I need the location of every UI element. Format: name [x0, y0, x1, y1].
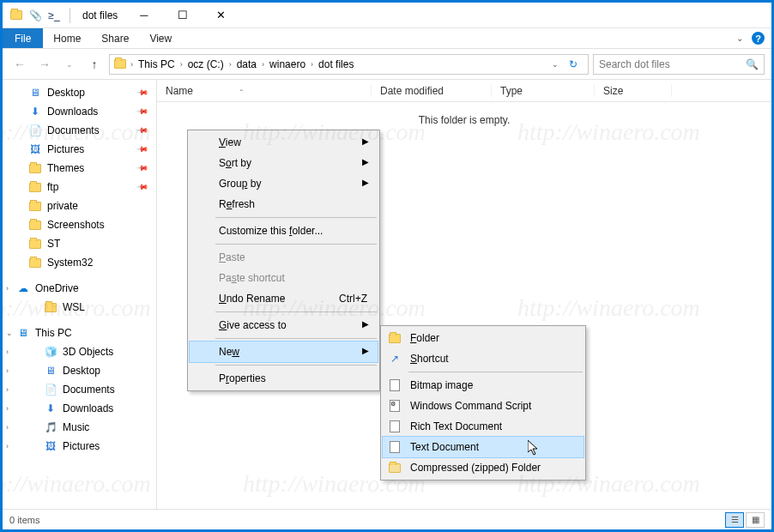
forward-button[interactable]: →	[34, 54, 55, 75]
tree-item[interactable]: ›🎵Music	[3, 418, 156, 437]
tree-item[interactable]: ›⬇Downloads	[3, 399, 156, 418]
menu-item-new[interactable]: New▶	[190, 342, 378, 362]
tree-item[interactable]: WSL	[3, 298, 156, 317]
new-item-rich-text-document[interactable]: Rich Text Document	[383, 416, 584, 437]
tree-label: System32	[47, 257, 93, 269]
downloads-icon: ⬇	[44, 402, 57, 415]
menu-item-customize-this-folder-[interactable]: Customize this folder...	[190, 221, 378, 241]
separator	[70, 8, 70, 23]
ribbon-tab-view[interactable]: View	[139, 28, 182, 48]
minimize-button[interactable]: ─	[124, 3, 163, 28]
column-header-date[interactable]: Date modified	[372, 85, 492, 97]
expand-icon[interactable]: ›	[6, 423, 9, 432]
new-submenu: Folder↗ShortcutBitmap image⚙Windows Comm…	[380, 325, 586, 481]
column-header-type[interactable]: Type	[492, 85, 595, 97]
tree-label: ftp	[47, 181, 58, 193]
new-item-shortcut[interactable]: ↗Shortcut	[383, 348, 584, 369]
search-icon[interactable]: 🔍	[746, 58, 759, 70]
menu-item-group-by[interactable]: Group by▶	[190, 173, 378, 194]
tree-item[interactable]: ›🖥Desktop	[3, 361, 156, 380]
menu-item-sort-by[interactable]: Sort by▶	[190, 153, 378, 173]
tree-label: Documents	[63, 384, 115, 396]
menu-separator	[408, 372, 583, 372]
tree-label: WSL	[63, 301, 85, 313]
statusbar: 0 items ☰ ▦	[3, 509, 771, 529]
file-tab[interactable]: File	[3, 28, 43, 48]
column-header-name[interactable]: Name ⌃	[157, 85, 372, 97]
menu-item-paste-shortcut: Paste shortcut	[190, 268, 378, 288]
breadcrumb-segment[interactable]: dot files	[317, 58, 355, 70]
chevron-right-icon[interactable]: ›	[127, 60, 136, 69]
tree-item[interactable]: ›📄Documents	[3, 380, 156, 399]
new-item-windows-command-script[interactable]: ⚙Windows Command Script	[383, 396, 584, 416]
tree-item[interactable]: ST	[3, 234, 156, 253]
close-button[interactable]: ✕	[202, 3, 240, 28]
tree-onedrive[interactable]: › ☁ OneDrive	[3, 279, 156, 298]
menu-item-label: Give access to	[219, 319, 287, 331]
powershell-icon[interactable]: ≥_	[47, 9, 61, 22]
breadcrumb-segment[interactable]: ocz (C:)	[186, 58, 226, 70]
menu-item-view[interactable]: View▶	[190, 132, 378, 153]
search-input[interactable]: Search dot files 🔍	[593, 54, 765, 75]
recent-dropdown[interactable]: ⌄	[59, 54, 80, 75]
context-menu: View▶Sort by▶Group by▶RefreshCustomize t…	[187, 130, 380, 391]
tree-item[interactable]: ⬇Downloads📌	[3, 102, 156, 121]
tree-label: Desktop	[63, 365, 100, 377]
chevron-right-icon[interactable]: ›	[226, 60, 235, 69]
tree-item[interactable]: Screenshots	[3, 215, 156, 234]
menu-item-give-access-to[interactable]: Give access to▶	[190, 315, 378, 336]
ribbon-tab-home[interactable]: Home	[43, 28, 91, 48]
tree-label: Music	[63, 421, 89, 433]
menu-item-label: Windows Command Script	[410, 400, 531, 412]
tree-item[interactable]: Themes📌	[3, 159, 156, 178]
maximize-button[interactable]: ☐	[163, 3, 202, 28]
new-item-compressed-zipped-folder[interactable]: Compressed (zipped) Folder	[383, 457, 584, 478]
tree-item[interactable]: ›🖼Pictures	[3, 437, 156, 456]
tree-item[interactable]: ›🧊3D Objects	[3, 342, 156, 361]
navigation-pane[interactable]: 🖥Desktop📌⬇Downloads📌📄Documents📌🖼Pictures…	[3, 80, 157, 509]
titlebar: 📎 ≥_ dot files ─ ☐ ✕	[3, 3, 771, 28]
collapse-icon[interactable]: ⌄	[6, 329, 13, 337]
pin-icon: 📌	[136, 124, 149, 137]
expand-icon[interactable]: ›	[6, 284, 9, 293]
history-dropdown-icon[interactable]: ⌄	[548, 60, 562, 69]
menu-shortcut: Ctrl+Z	[339, 293, 367, 305]
breadcrumb-segment[interactable]: data	[235, 58, 258, 70]
chevron-right-icon[interactable]: ›	[258, 60, 268, 69]
tree-item[interactable]: private	[3, 196, 156, 215]
new-item-text-document[interactable]: Text Document	[383, 437, 584, 457]
tree-label: This PC	[35, 327, 72, 339]
new-item-bitmap-image[interactable]: Bitmap image	[383, 375, 584, 396]
expand-icon[interactable]: ›	[6, 385, 9, 394]
menu-item-undo-rename[interactable]: Undo RenameCtrl+Z	[190, 288, 378, 309]
back-button[interactable]: ←	[9, 54, 30, 75]
tree-item[interactable]: 📄Documents📌	[3, 121, 156, 140]
tree-item[interactable]: 🖼Pictures📌	[3, 140, 156, 159]
icons-view-button[interactable]: ▦	[746, 512, 765, 528]
menu-item-label: Undo Rename	[219, 293, 285, 305]
breadcrumb-segment[interactable]: winaero	[268, 58, 307, 70]
expand-icon[interactable]: ›	[6, 366, 9, 375]
tree-item[interactable]: ftp📌	[3, 178, 156, 196]
menu-item-refresh[interactable]: Refresh	[190, 194, 378, 215]
menu-item-label: View	[219, 136, 241, 148]
details-view-button[interactable]: ☰	[725, 512, 744, 528]
new-item-folder[interactable]: Folder	[383, 328, 584, 348]
breadcrumb[interactable]: › This PC › ocz (C:) › data › winaero › …	[109, 54, 589, 75]
tree-item[interactable]: System32	[3, 253, 156, 272]
expand-ribbon-icon[interactable]: ⌄	[736, 33, 743, 43]
expand-icon[interactable]: ›	[6, 348, 9, 356]
column-header-size[interactable]: Size	[595, 85, 672, 97]
expand-icon[interactable]: ›	[6, 442, 9, 450]
help-button[interactable]: ?	[752, 32, 765, 45]
expand-icon[interactable]: ›	[6, 404, 9, 413]
up-button[interactable]: ↑	[84, 54, 105, 75]
ribbon-tab-share[interactable]: Share	[91, 28, 139, 48]
menu-item-properties[interactable]: Properties	[190, 368, 378, 389]
chevron-right-icon[interactable]: ›	[177, 60, 186, 69]
chevron-right-icon[interactable]: ›	[307, 60, 317, 69]
breadcrumb-segment[interactable]: This PC	[136, 58, 177, 70]
refresh-button[interactable]: ↻	[562, 58, 584, 70]
tree-thispc[interactable]: ⌄ 🖥 This PC	[3, 323, 156, 342]
tree-item[interactable]: 🖥Desktop📌	[3, 83, 156, 102]
